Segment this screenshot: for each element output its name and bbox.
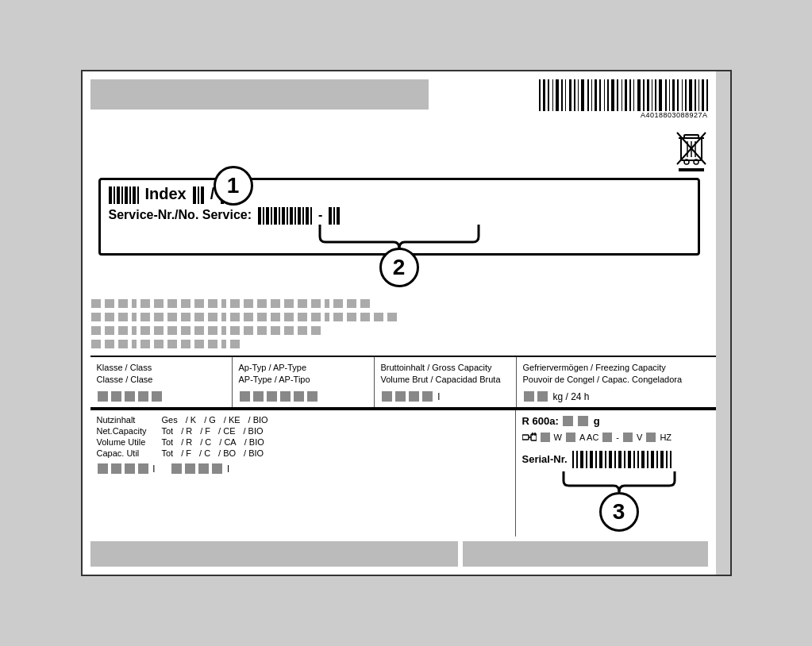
sticker-area: Index / Service-Nr./No. Service:: [98, 178, 700, 256]
net-row-1: Nutzinhalt Ges / K / G / KE / BIO: [97, 415, 509, 425]
text-line-4: [90, 339, 722, 349]
volume-utile-ca: / CA: [219, 437, 236, 447]
r600a-row: R 600a: g: [522, 415, 716, 427]
volume-utile-tot: Tot: [162, 437, 174, 447]
weee-icon: [675, 130, 708, 171]
badge-3: 3: [599, 492, 639, 532]
nutzinhalt-g: / G: [204, 415, 216, 425]
capac-util-label: Capac. Util: [97, 448, 154, 458]
sticker-row1: Index /: [109, 185, 690, 204]
capac-util-f: / F: [181, 448, 191, 458]
nutzinhalt-k: / K: [186, 415, 196, 425]
net-section: Nutzinhalt Ges / K / G / KE / BIO Net.Ca…: [90, 409, 722, 536]
net-row-4: Capac. Util Tot / F / C / BO / BIO: [97, 448, 509, 458]
gray-bar-top-left: [90, 79, 429, 110]
text-line-3: [90, 325, 722, 336]
bottom-gray-bar: [90, 541, 708, 567]
net-capacity-tot: Tot: [162, 426, 174, 436]
text-lines-section: [90, 298, 722, 349]
nutzinhalt-label: Nutzinhalt: [97, 415, 154, 425]
capacity-col-type: Ap-Typ / AP-TypeAP-Type / AP-Tipo: [233, 357, 375, 408]
volume-utile-label: Volume Utile: [97, 437, 154, 447]
cap-col-type-header: Ap-Typ / AP-TypeAP-Type / AP-Tipo: [239, 362, 368, 386]
net-right: R 600a: g W A AC -: [516, 410, 722, 536]
serial-barcode: [572, 449, 672, 468]
serial-label: Serial-Nr.: [522, 453, 568, 465]
text-line-2: [90, 312, 722, 322]
nutzinhalt-ke: / KE: [224, 415, 241, 425]
cap-col-gross-header: Bruttoinhalt / Gross CapacityVolume Brut…: [381, 362, 510, 386]
right-side-bar: [716, 71, 730, 575]
net-capacity-label: Net.Capacity: [97, 426, 154, 436]
label-container: A4018803088927A: [81, 70, 732, 577]
bracket-down-svg: [312, 225, 487, 248]
net-capacity-f: / F: [200, 426, 210, 436]
volume-utile-bio: / BIO: [244, 437, 264, 447]
capacity-col-freeze: Gefriervermögen / Freezing CapacityPouvo…: [517, 357, 722, 408]
volume-utile-r: / R: [181, 437, 192, 447]
cap-col-type-value: [239, 390, 368, 402]
capac-util-bio: / BIO: [244, 448, 264, 458]
net-unit-1: l: [153, 463, 156, 475]
net-capacity-bio: / BIO: [244, 426, 264, 436]
index-label: Index: [145, 185, 187, 203]
capac-util-bo: / BO: [218, 448, 236, 458]
svg-rect-12: [531, 434, 537, 440]
volume-utile-c: / C: [200, 437, 211, 447]
sticker-row2: Service-Nr./No. Service:: [109, 206, 690, 225]
service-nr-label: Service-Nr./No. Service:: [109, 208, 252, 222]
cap-col-freeze-header: Gefriervermögen / Freezing CapacityPouvo…: [523, 362, 716, 386]
electrical-row: W A AC - V HZ: [522, 432, 716, 443]
capacity-table: Klasse / ClassClasse / Clase Ap-Typ / AP…: [90, 356, 722, 410]
net-capacity-r: / R: [181, 426, 192, 436]
net-row-2: Net.Capacity Tot / R / F / CE / BIO: [97, 426, 509, 436]
capacity-col-gross: Bruttoinhalt / Gross CapacityVolume Brut…: [375, 357, 517, 408]
net-bottom-val-2: l: [171, 463, 229, 475]
freeze-unit: kg / 24 h: [553, 391, 590, 402]
barcode-number: A4018803088927A: [641, 111, 708, 119]
gross-unit: l: [438, 391, 441, 402]
capac-util-c: / C: [199, 448, 210, 458]
net-capacity-ce: / CE: [218, 426, 235, 436]
serial-row: Serial-Nr.: [522, 449, 716, 468]
r600a-label: R 600a:: [522, 415, 559, 427]
cap-col-gross-value: l: [381, 390, 510, 402]
net-unit-2: l: [227, 463, 229, 475]
nutzinhalt-ges: Ges: [162, 415, 178, 425]
badge-1: 1: [214, 166, 253, 206]
cap-col-freeze-value: kg / 24 h: [523, 390, 716, 402]
capacity-col-class: Klasse / ClassClasse / Clase: [90, 357, 233, 408]
cap-col-class-header: Klasse / ClassClasse / Clase: [97, 362, 225, 386]
net-bottom-val-1: l: [97, 463, 156, 475]
badge-2: 2: [379, 248, 419, 287]
net-bottom-row: l l: [97, 463, 509, 475]
power-icon: [522, 433, 537, 442]
nutzinhalt-bio: / BIO: [248, 415, 268, 425]
barcode-top-right: A4018803088927A: [539, 79, 708, 119]
net-left: Nutzinhalt Ges / K / G / KE / BIO Net.Ca…: [90, 410, 516, 536]
capac-util-tot: Tot: [162, 448, 174, 458]
text-line-1: [90, 298, 722, 309]
svg-rect-10: [522, 435, 529, 440]
cap-col-class-value: [97, 390, 225, 402]
net-row-3: Volume Utile Tot / R / C / CA / BIO: [97, 437, 509, 447]
r600a-unit: g: [594, 415, 600, 427]
